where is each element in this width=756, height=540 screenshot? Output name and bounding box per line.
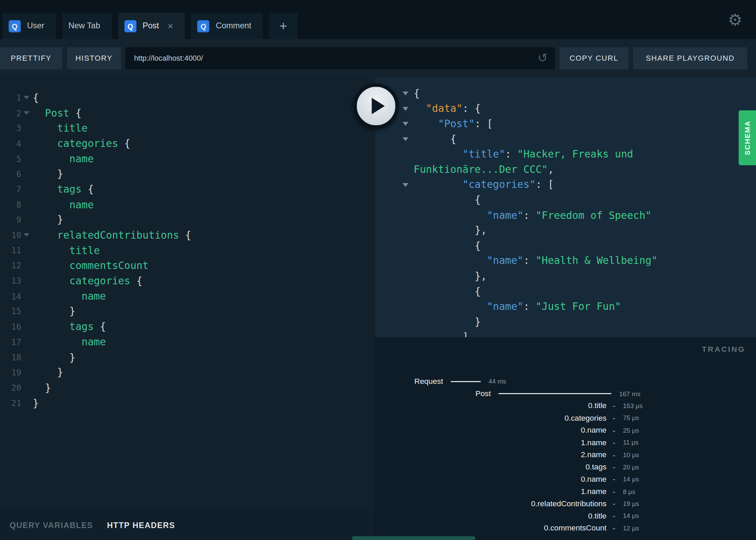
query-text: relatedContributions { [33,229,191,241]
response-line: ] [375,329,756,337]
graphql-playground: QUserNew TabQPost×QComment + ⚙ PRETTIFY … [0,0,756,540]
fold-arrow-icon[interactable] [24,96,29,99]
span-label: 0.name [375,426,607,435]
tracing-span-row: 0.name-14 μs [375,473,756,485]
query-line: 12 commentsCount [0,258,375,273]
fold-arrow-icon[interactable] [403,107,408,110]
query-text: name [33,153,94,165]
response-text: } [414,316,481,328]
tracing-span-row: 2.name-10 μs [375,449,756,461]
schema-side-tab[interactable]: SCHEMA [739,110,756,165]
endpoint-url-input[interactable] [125,54,537,62]
code-token: "name" [414,209,524,221]
query-editor-pane[interactable]: 1{2 Post {3 title4 categories {5 name6 }… [0,77,375,540]
code-token: : { [463,103,481,115]
code-token: categories [33,138,118,149]
tracing-span-row: 0.title-14 μs [375,510,756,522]
horizontal-scrollbar-thumb[interactable] [352,536,476,540]
span-duration: 10 μs [623,451,639,459]
execute-query-button[interactable] [353,83,399,129]
line-number: 9 [0,215,21,225]
response-line: "name": "Freedom of Speech" [375,208,756,223]
code-token: } [33,397,39,409]
code-token: tags [33,321,94,332]
tab-comment[interactable]: QComment [191,13,263,39]
span-duration: 25 μs [623,427,639,434]
code-token: { [414,194,481,206]
fold-arrow-icon[interactable] [24,233,29,237]
tab-user[interactable]: QUser [2,13,56,39]
history-button[interactable]: HISTORY [67,47,121,69]
close-tab-icon[interactable]: × [168,21,174,31]
tracing-span-row: 0.title-153 μs [375,400,756,412]
response-line: "name": "Health & Wellbeing" [375,253,756,269]
fold-arrow-icon[interactable] [24,111,29,115]
tracing-rows: Request44 msPost167 ms0.title-153 μs0.ca… [375,375,756,534]
query-variables-tab[interactable]: QUERY VARIABLES [10,521,93,530]
code-token: } [33,306,75,317]
line-number: 1 [0,93,21,103]
settings-gear-icon[interactable]: ⚙ [728,11,742,28]
span-label: 0.tags [375,463,607,471]
code-token: name [33,199,94,210]
reload-schema-icon[interactable]: ↺ [538,52,548,64]
span-duration: 8 μs [623,488,635,495]
tracing-span-row: 0.commentsCount-12 μs [375,522,756,535]
span-duration: 20 μs [623,463,639,470]
new-tab-button[interactable]: + [269,13,297,39]
response-line: { [375,284,756,299]
line-number: 12 [0,261,21,270]
tracing-span-row: 0.name-25 μs [375,424,756,436]
line-number: 5 [0,154,21,164]
query-editor[interactable]: 1{2 Post {3 title4 categories {5 name6 }… [0,77,375,510]
http-headers-tab[interactable]: HTTP HEADERS [107,521,175,530]
code-token: "Just For Fun" [536,301,621,312]
query-line: 4 categories { [0,136,375,151]
tracing-span-row: Post167 ms [375,388,756,400]
span-dash: - [613,414,615,422]
tab-label: Comment [216,21,251,31]
code-token: }, [414,225,487,236]
query-line: 3 title [0,121,375,136]
query-line: 2 Post { [0,105,375,121]
response-text: ] [414,331,469,337]
line-number: 21 [0,398,21,408]
share-playground-button[interactable]: SHARE PLAYGROUND [633,47,747,69]
response-text: }, [414,270,487,282]
fold-arrow-icon[interactable] [403,92,408,95]
span-duration: 11 μs [623,439,639,446]
code-token: tags [33,183,82,195]
code-token: } [33,351,75,363]
response-pane: { "data": { "Post": [ { "title": "Hacker… [375,77,756,337]
query-line: 1{ [0,90,375,105]
fold-arrow-icon[interactable] [403,137,408,141]
span-label: 0.title [375,402,607,410]
copy-curl-button[interactable]: COPY CURL [559,47,629,69]
fold-arrow-icon[interactable] [403,122,408,126]
span-label: 0.categories [375,414,607,422]
tab-post[interactable]: QPost× [118,13,185,39]
code-token: { [414,285,481,297]
query-text: { [33,92,39,104]
code-token: { [130,275,143,287]
tracing-span-row: 0.tags-20 μs [375,461,756,473]
fold-arrow-icon[interactable] [403,183,408,186]
tab-new-tab[interactable]: New Tab [62,13,112,39]
span-dash: - [613,438,615,447]
response-line: "name": "Just For Fun" [375,299,756,314]
code-token: commentsCount [33,260,148,271]
line-number: 8 [0,200,21,209]
prettify-button[interactable]: PRETTIFY [0,47,62,69]
query-line: 17 name [0,334,375,350]
span-duration: 167 ms [619,390,641,397]
code-token: : [ [475,118,493,130]
query-text: categories { [33,138,130,149]
code-token: relatedContributions [33,229,179,241]
tab-label: Post [143,21,159,31]
response-line: }, [375,268,756,284]
query-icon: Q [9,20,20,32]
response-text: { [414,285,481,297]
response-text: "categories": [ [414,179,554,191]
query-line: 15 } [0,304,375,319]
line-number: 14 [0,291,21,301]
